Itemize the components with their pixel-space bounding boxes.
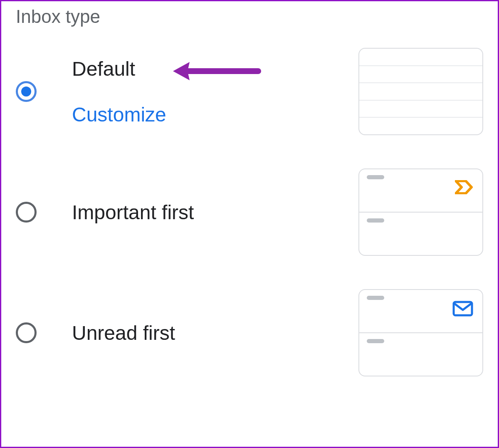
customize-link[interactable]: Customize: [72, 103, 358, 126]
option-default-label[interactable]: Default: [72, 57, 358, 80]
option-unread-first-label[interactable]: Unread first: [72, 322, 175, 344]
option-important-first-label[interactable]: Important first: [72, 201, 194, 223]
inbox-type-settings-panel: Inbox type Default Customize: [0, 0, 499, 448]
preview-default-icon: [358, 48, 483, 135]
preview-unread-first-icon: [358, 289, 483, 376]
radio-unread-first[interactable]: [16, 322, 37, 343]
mail-icon: [452, 301, 473, 318]
preview-important-first-icon: [358, 168, 483, 256]
radio-important-first[interactable]: [16, 202, 37, 223]
important-marker-icon: [455, 180, 473, 196]
option-important-first-row: Important first: [16, 168, 483, 256]
section-title: Inbox type: [16, 6, 483, 27]
radio-default[interactable]: [16, 81, 37, 102]
option-unread-first-row: Unread first: [16, 289, 483, 376]
option-default-row: Default Customize: [16, 48, 483, 135]
